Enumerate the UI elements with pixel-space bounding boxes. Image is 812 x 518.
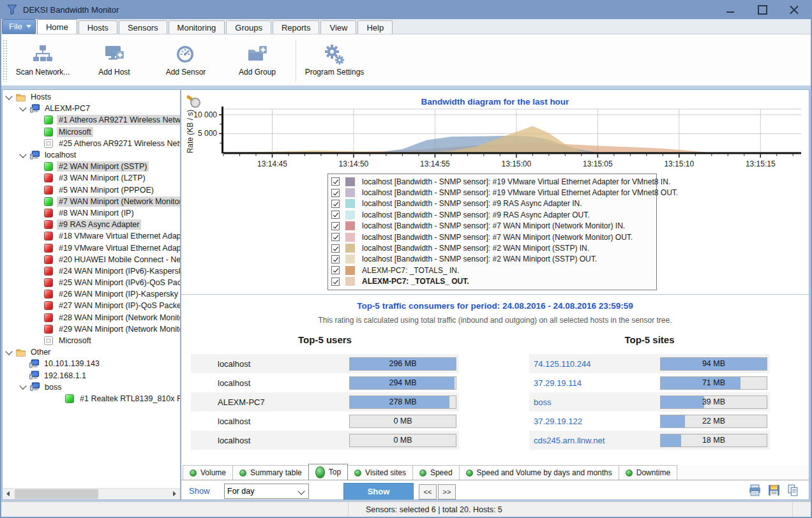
tree-item-20-huawei-mobile-connect-netw[interactable]: #20 HUAWEI Mobile Connect - Netw — [3, 254, 180, 265]
legend-color-swatch — [345, 277, 355, 286]
tree-item-27-wan-miniport-ip-qos-packet-s[interactable]: #27 WAN Miniport (IP)-QoS Packet S — [3, 300, 180, 311]
toolbar-button-program-settings[interactable]: Program Settings — [299, 38, 370, 84]
close-icon[interactable] — [785, 3, 803, 17]
green-dot-icon — [354, 470, 361, 477]
expander-chevron-icon[interactable] — [5, 93, 12, 100]
file-menu-button[interactable]: File — [2, 19, 36, 34]
site-link[interactable]: 74.125.110.244 — [529, 359, 660, 369]
legend-checkbox[interactable] — [331, 278, 340, 286]
user-row: localhost0 MB — [191, 431, 459, 450]
legend-checkbox[interactable] — [331, 211, 340, 219]
menu-tab-groups[interactable]: Groups — [226, 20, 271, 34]
show-button[interactable]: Show — [343, 483, 414, 500]
tree-item-5-wan-miniport-pppoe[interactable]: #5 WAN Miniport (PPPOE) — [3, 184, 180, 196]
report-tab-downtime[interactable]: Downtime — [619, 465, 677, 480]
tree-item-26-wan-miniport-ip-kaspersky-la[interactable]: #26 WAN Miniport (IP)-Kaspersky La — [3, 288, 180, 300]
minimize-icon[interactable] — [721, 3, 739, 17]
toolbar-button-add-sensor[interactable]: Add Sensor — [150, 38, 222, 84]
legend-checkbox[interactable] — [331, 266, 340, 274]
report-tab-summary-table[interactable]: Summary table — [232, 465, 309, 480]
toolbar-button-add-group[interactable]: Add Group — [222, 38, 293, 84]
tree-item-microsoft[interactable]: Microsoft — [3, 335, 180, 346]
tree-item-label: #8 WAN Miniport (IP) — [57, 208, 136, 218]
menu-tab-help[interactable]: Help — [357, 20, 393, 34]
site-link[interactable]: cds245.arn.llnw.net — [529, 436, 660, 445]
report-tab-volume[interactable]: Volume — [183, 465, 233, 480]
site-link[interactable]: 37.29.19.122 — [529, 417, 660, 426]
report-tab-top[interactable]: Top — [308, 464, 348, 480]
legend-checkbox[interactable] — [331, 233, 340, 241]
tree-item-24-wan-miniport-ipv6-kaspersky[interactable]: #24 WAN Miniport (IPv6)-Kaspersky — [3, 265, 180, 277]
period-select[interactable]: For day — [224, 484, 309, 499]
legend-label: localhost [Bandwidth - SNMP sensor]: #9 … — [362, 199, 582, 208]
tree-item-192-168-1-1[interactable]: 192.168.1.1 — [3, 370, 180, 381]
tree-item-25-atheros-ar9271-wireless-netwo[interactable]: #25 Atheros AR9271 Wireless Netwo — [3, 138, 180, 149]
user-row: localhost294 MB — [191, 373, 459, 392]
maximize-icon[interactable] — [753, 3, 771, 17]
expander-chevron-icon[interactable] — [19, 104, 26, 111]
tree-item-19-vmware-virtual-ethernet-adapte[interactable]: #19 VMware Virtual Ethernet Adapte — [3, 242, 180, 253]
report-tab-speed[interactable]: Speed — [412, 465, 460, 480]
expander-chevron-icon[interactable] — [19, 383, 26, 390]
tree-item-hosts[interactable]: Hosts — [3, 91, 180, 103]
report-action-icons — [748, 484, 800, 497]
tree-item-alexm-pc7[interactable]: ALEXM-PC7 — [3, 103, 180, 114]
sensor-status-gray-icon — [44, 139, 53, 148]
scroll-left-icon[interactable] — [3, 489, 13, 499]
workspace: HostsALEXM-PC7#1 Atheros AR9271 Wireless… — [1, 85, 811, 502]
print-icon[interactable] — [748, 484, 762, 497]
legend-checkbox[interactable] — [331, 244, 340, 253]
tree-item-7-wan-miniport-network-monitor[interactable]: #7 WAN Miniport (Network Monitor — [3, 196, 180, 207]
tree-item-other[interactable]: Other — [3, 346, 180, 358]
tree-item-18-vmware-virtual-ethernet-adapte[interactable]: #18 VMware Virtual Ethernet Adapte — [3, 230, 180, 242]
legend-checkbox[interactable] — [331, 177, 340, 186]
tree-item-label: #28 WAN Miniport (Network Monito — [57, 313, 180, 323]
legend-checkbox[interactable] — [331, 222, 340, 230]
report-tab-visited-sites[interactable]: Visited sites — [347, 465, 413, 480]
tree-item-microsoft[interactable]: Microsoft — [3, 126, 180, 138]
tree-item-1-atheros-ar9271-wireless-network[interactable]: #1 Atheros AR9271 Wireless Network — [3, 114, 180, 126]
tree-item-3-wan-miniport-l2tp[interactable]: #3 WAN Miniport (L2TP) — [3, 172, 180, 184]
copy-icon[interactable] — [786, 484, 800, 497]
toolbar-button-label: Add Group — [239, 68, 276, 77]
report-tab-speed-and-volume-by-days-and-months[interactable]: Speed and Volume by days and months — [459, 465, 619, 480]
next-period-button[interactable]: >> — [438, 484, 456, 500]
toolbar-button-add-host[interactable]: Add Host — [79, 38, 150, 84]
tree-item-1-realtek-rtl8139-810x-family-i[interactable]: #1 Realtek RTL8139_810x Family I — [3, 393, 180, 404]
menu-tab-hosts[interactable]: Hosts — [79, 20, 117, 34]
scrollbar-thumb[interactable] — [15, 489, 98, 499]
expander-chevron-icon[interactable] — [5, 348, 12, 355]
scroll-right-icon[interactable] — [169, 489, 180, 499]
legend-checkbox[interactable] — [331, 255, 340, 263]
tree-item-label: #1 Atheros AR9271 Wireless Network — [57, 115, 180, 125]
previous-period-button[interactable]: << — [419, 484, 437, 500]
legend-color-swatch — [345, 211, 355, 219]
tree-item-29-wan-miniport-network-monito[interactable]: #29 WAN Miniport (Network Monito — [3, 323, 180, 335]
tree-item-10-101-139-143[interactable]: 10.101.139.143 — [3, 358, 180, 369]
menu-tab-view[interactable]: View — [320, 20, 356, 34]
toolbar-button-scan-network[interactable]: Scan Network... — [7, 38, 79, 84]
tree-item-boss[interactable]: boss — [3, 381, 180, 393]
menu-tab-reports[interactable]: Reports — [273, 20, 320, 34]
tree-item-label: Hosts — [29, 92, 53, 102]
tree-item-2-wan-miniport-sstp[interactable]: #2 WAN Miniport (SSTP) — [3, 161, 180, 172]
tree-item-9-ras-async-adapter[interactable]: #9 RAS Async Adapter — [3, 219, 180, 230]
traffic-value: 0 MB — [350, 415, 456, 427]
tree-item-28-wan-miniport-network-monito[interactable]: #28 WAN Miniport (Network Monito — [3, 312, 180, 323]
site-link[interactable]: 37.29.19.114 — [529, 378, 660, 388]
tree-item-localhost[interactable]: localhost — [3, 149, 180, 161]
legend-row: localhost [Bandwidth - SNMP sensor]: #2 … — [331, 242, 656, 253]
expander-chevron-icon[interactable] — [19, 151, 26, 158]
legend-checkbox[interactable] — [331, 189, 340, 197]
legend-checkbox[interactable] — [331, 200, 340, 208]
top5-users-table: localhost296 MBlocalhost294 MBALEXM-PC72… — [191, 354, 459, 450]
tree-item-25-wan-miniport-ipv6-qos-packe[interactable]: #25 WAN Miniport (IPv6)-QoS Packe — [3, 277, 180, 288]
menu-tab-home[interactable]: Home — [37, 19, 77, 34]
menu-tab-sensors[interactable]: Sensors — [119, 20, 167, 34]
add-group-icon — [246, 44, 268, 66]
save-icon[interactable] — [767, 484, 781, 497]
tree-item-8-wan-miniport-ip[interactable]: #8 WAN Miniport (IP) — [3, 207, 180, 219]
menu-tab-monitoring[interactable]: Monitoring — [169, 20, 225, 34]
tree-horizontal-scrollbar[interactable] — [3, 488, 180, 500]
site-link[interactable]: boss — [529, 397, 660, 407]
